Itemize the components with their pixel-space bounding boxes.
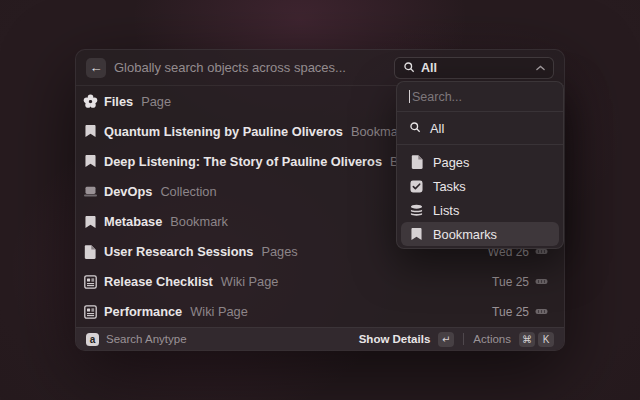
anytype-logo-icon: a xyxy=(86,333,99,346)
laptop-icon xyxy=(82,183,98,199)
dropdown-item-bookmarks[interactable]: Bookmarks xyxy=(401,222,559,246)
result-date: Tue 25 xyxy=(492,275,529,289)
dropdown-type-list: Pages Tasks Lists Bookmarks xyxy=(397,145,563,251)
text-caret xyxy=(409,90,410,103)
flower-icon xyxy=(82,93,98,109)
dropdown-item-all[interactable]: All xyxy=(397,112,563,145)
dropdown-item-pages[interactable]: Pages xyxy=(401,150,559,174)
result-title: Release Checklist xyxy=(104,274,213,289)
result-title: Performance xyxy=(104,304,182,319)
page-icon xyxy=(82,244,98,260)
search-icon xyxy=(409,119,421,137)
result-type-label: Page xyxy=(141,94,171,109)
page-icon xyxy=(409,155,424,169)
result-row[interactable]: Performance Wiki Page Tue 25 xyxy=(76,297,564,327)
bookmark-icon xyxy=(409,227,424,241)
dropdown-search-placeholder: Search... xyxy=(412,90,462,104)
dropdown-item-label: Bookmarks xyxy=(433,227,497,242)
result-title: User Research Sessions xyxy=(104,244,253,259)
list-icon xyxy=(409,204,424,217)
wiki-icon xyxy=(82,304,98,320)
task-icon xyxy=(409,180,424,193)
global-search-modal: ← Globally search objects across spaces.… xyxy=(75,49,565,351)
result-type-label: Wiki Page xyxy=(221,274,279,289)
bookmark-icon xyxy=(82,153,98,169)
result-type-label: Pages xyxy=(261,244,297,259)
global-search-input[interactable]: Globally search objects across spaces... xyxy=(114,60,346,75)
search-icon xyxy=(403,59,415,77)
result-type-label: Bookmark xyxy=(170,214,228,229)
footer-bar: a Search Anytype Show Details ↵ Actions … xyxy=(76,327,564,350)
result-title: Metabase xyxy=(104,214,162,229)
result-title: Deep Listening: The Story of Pauline Oli… xyxy=(104,154,382,169)
dropdown-item-tasks[interactable]: Tasks xyxy=(401,174,559,198)
result-type-label: Collection xyxy=(160,184,216,199)
footer-app-label: Search Anytype xyxy=(106,333,187,345)
dropdown-item-label: All xyxy=(430,121,444,136)
cmd-key-badge: ⌘ xyxy=(519,332,535,347)
bookmark-icon xyxy=(82,214,98,230)
k-key-badge: K xyxy=(538,332,554,347)
result-title: DevOps xyxy=(104,184,152,199)
back-button[interactable]: ← xyxy=(86,58,106,78)
result-title: Files xyxy=(104,94,133,109)
actions-button[interactable]: Actions xyxy=(473,333,511,345)
result-title: Quantum Listening by Pauline Oliveros xyxy=(104,124,343,139)
result-type-label: Wiki Page xyxy=(190,304,248,319)
footer-divider xyxy=(463,333,464,345)
filter-select[interactable]: All xyxy=(394,57,554,79)
enter-key-badge: ↵ xyxy=(438,332,454,347)
bookmark-icon xyxy=(82,123,98,139)
dropdown-item-label: Lists xyxy=(433,203,459,218)
chevron-up-icon xyxy=(536,65,545,71)
dropdown-item-label: Pages xyxy=(433,155,469,170)
result-row[interactable]: Release Checklist Wiki Page Tue 25 xyxy=(76,267,564,297)
dropdown-item-label: Tasks xyxy=(433,179,466,194)
wiki-icon xyxy=(82,274,98,290)
dropdown-search-input[interactable]: Search... xyxy=(397,82,563,112)
filter-dropdown-panel: Search... All Pages Tasks Lists Bookmark… xyxy=(396,81,564,249)
dropdown-item-lists[interactable]: Lists xyxy=(401,198,559,222)
result-date: Tue 25 xyxy=(492,305,529,319)
show-details-button[interactable]: Show Details xyxy=(359,333,431,345)
filter-selected-value: All xyxy=(421,61,437,75)
backlinks-icon xyxy=(535,308,548,315)
backlinks-icon xyxy=(535,278,548,285)
